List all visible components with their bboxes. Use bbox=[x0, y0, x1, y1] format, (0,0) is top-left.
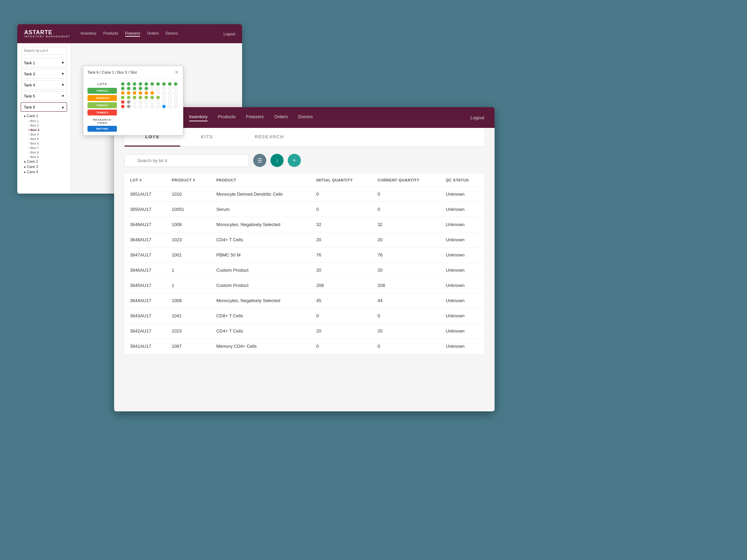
dot[interactable] bbox=[162, 82, 166, 86]
dot[interactable] bbox=[150, 82, 154, 86]
back-nav-inventory[interactable]: Inventory bbox=[81, 31, 96, 37]
table-row[interactable]: 3648AU17 1023 CD4+ T Cells 20 20 Unknown bbox=[124, 232, 484, 248]
modal-close-button[interactable]: ✕ bbox=[175, 69, 179, 75]
dot[interactable] bbox=[121, 87, 124, 90]
front-nav-orders[interactable]: Orders bbox=[274, 114, 288, 121]
tab-research[interactable]: RESEARCH bbox=[234, 128, 305, 147]
table-row[interactable]: 3641AU17 1087 Memory CD4+ Cells 0 0 Unkn… bbox=[124, 339, 484, 354]
table-row[interactable]: 3646AU17 1 Custom Product 20 20 Unknown bbox=[124, 263, 484, 278]
dot[interactable] bbox=[145, 105, 148, 108]
dot[interactable] bbox=[156, 100, 160, 104]
dot[interactable] bbox=[127, 87, 130, 90]
sidebar-cane-3[interactable]: ▸ Cane 3 bbox=[24, 164, 67, 169]
dot[interactable] bbox=[174, 91, 177, 95]
dot[interactable] bbox=[150, 87, 154, 90]
table-row[interactable]: 3643AU17 1041 CD8+ T Cells 0 0 Unknown bbox=[124, 308, 484, 324]
back-nav-freezers[interactable]: Freezers bbox=[125, 31, 140, 37]
back-search-input[interactable] bbox=[21, 47, 67, 55]
lot-badge-3[interactable]: 724MA11 bbox=[87, 110, 117, 115]
table-row[interactable]: 3651AU17 1010 Monocyte Derived Dendritic… bbox=[124, 187, 484, 202]
dot[interactable] bbox=[127, 105, 130, 108]
dot[interactable] bbox=[133, 91, 136, 95]
sidebar-tank-6[interactable]: Tank 6 ▴ bbox=[21, 102, 67, 112]
dot[interactable] bbox=[139, 96, 142, 99]
dot[interactable] bbox=[145, 96, 148, 99]
dot[interactable] bbox=[162, 87, 166, 90]
dot[interactable] bbox=[121, 91, 124, 95]
dot[interactable] bbox=[168, 82, 172, 86]
dot[interactable] bbox=[174, 96, 177, 99]
sidebar-box-8[interactable]: ◦ Box 8 bbox=[28, 150, 67, 155]
add-lot-button[interactable]: + bbox=[288, 154, 301, 167]
sidebar-cane-4[interactable]: ▸ Cane 4 bbox=[24, 169, 67, 175]
dot[interactable] bbox=[121, 105, 124, 108]
dot[interactable] bbox=[174, 82, 177, 86]
table-row[interactable]: 3644AU17 1008 Monocytes, Negatively Sele… bbox=[124, 293, 484, 308]
dot[interactable] bbox=[145, 82, 148, 86]
dot[interactable] bbox=[127, 82, 130, 86]
sidebar-cane-1[interactable]: ▸ Cane 1 bbox=[24, 113, 67, 119]
dot[interactable] bbox=[145, 91, 148, 95]
back-nav-orders[interactable]: Orders bbox=[147, 31, 159, 37]
sidebar-tank-3[interactable]: Tank 3 ▾ bbox=[21, 69, 67, 78]
back-nav-products[interactable]: Products bbox=[103, 31, 118, 37]
dot[interactable] bbox=[133, 82, 136, 86]
back-nav-donors[interactable]: Donors bbox=[166, 31, 178, 37]
table-row[interactable]: 3649AU17 1008 Monocytes, Negatively Sele… bbox=[124, 217, 484, 232]
table-row[interactable]: 3645AU17 1 Custom Product 208 208 Unknow… bbox=[124, 278, 484, 293]
dot[interactable] bbox=[168, 96, 172, 99]
dot[interactable] bbox=[162, 105, 166, 108]
sidebar-box-1[interactable]: ◦ Box 1 bbox=[28, 119, 67, 123]
front-nav-inventory[interactable]: Inventory bbox=[189, 114, 208, 121]
sidebar-box-3[interactable]: • Box 3 bbox=[28, 128, 67, 132]
sidebar-box-9[interactable]: ◦ Box 9 bbox=[28, 155, 67, 159]
front-nav-products[interactable]: Products bbox=[218, 114, 236, 121]
dot[interactable] bbox=[133, 100, 136, 104]
back-logout-button[interactable]: Logout bbox=[223, 32, 235, 36]
download-button[interactable]: ↓ bbox=[270, 154, 284, 167]
dot[interactable] bbox=[139, 105, 142, 108]
dot[interactable] bbox=[156, 105, 160, 108]
sidebar-cane-2[interactable]: ▸ Cane 2 bbox=[24, 159, 67, 164]
dot[interactable] bbox=[156, 82, 160, 86]
dot[interactable] bbox=[145, 100, 148, 104]
dot[interactable] bbox=[139, 100, 142, 104]
sidebar-tank-4[interactable]: Tank 4 ▾ bbox=[21, 80, 67, 90]
dot[interactable] bbox=[139, 87, 142, 90]
lot-search-input[interactable] bbox=[124, 154, 249, 167]
front-logout-button[interactable]: Logout bbox=[470, 115, 484, 120]
sidebar-box-2[interactable]: ◦ Box 2 bbox=[28, 123, 67, 128]
dot[interactable] bbox=[162, 91, 166, 95]
table-row[interactable]: 3642AU17 1023 CD4+ T Cells 20 20 Unknown bbox=[124, 324, 484, 339]
dot[interactable] bbox=[174, 100, 177, 104]
dot[interactable] bbox=[156, 87, 160, 90]
dot[interactable] bbox=[145, 87, 148, 90]
table-row[interactable]: 3647AU17 1001 PBMC 50 M 76 76 Unknown bbox=[124, 248, 484, 263]
dot[interactable] bbox=[127, 91, 130, 95]
lot-badge-1[interactable]: 3299AU16 bbox=[87, 95, 117, 101]
dot[interactable] bbox=[133, 105, 136, 108]
dot[interactable] bbox=[168, 91, 172, 95]
dot[interactable] bbox=[168, 87, 172, 90]
sidebar-box-4[interactable]: ◦ Box 4 bbox=[28, 132, 67, 137]
lot-badge-2[interactable]: 735MA11 bbox=[87, 102, 117, 108]
dot[interactable] bbox=[139, 91, 142, 95]
dot[interactable] bbox=[156, 96, 160, 99]
dot[interactable] bbox=[121, 96, 124, 99]
sidebar-tank-1[interactable]: Tank 1 ▾ bbox=[21, 58, 67, 67]
dot[interactable] bbox=[168, 100, 172, 104]
front-nav-donors[interactable]: Donors bbox=[298, 114, 313, 121]
sidebar-box-7[interactable]: ◦ Box 7 bbox=[28, 146, 67, 150]
dot[interactable] bbox=[168, 105, 172, 108]
filter-button[interactable]: ☰ bbox=[253, 154, 266, 167]
dot[interactable] bbox=[162, 96, 166, 99]
dot[interactable] bbox=[127, 100, 130, 104]
dot[interactable] bbox=[150, 96, 154, 99]
tab-kits[interactable]: KITS bbox=[180, 128, 234, 147]
sidebar-box-5[interactable]: ◦ Box 5 bbox=[28, 137, 67, 141]
dot[interactable] bbox=[150, 105, 154, 108]
dot[interactable] bbox=[150, 91, 154, 95]
dot[interactable] bbox=[133, 96, 136, 99]
dot[interactable] bbox=[162, 100, 166, 104]
dot[interactable] bbox=[174, 87, 177, 90]
